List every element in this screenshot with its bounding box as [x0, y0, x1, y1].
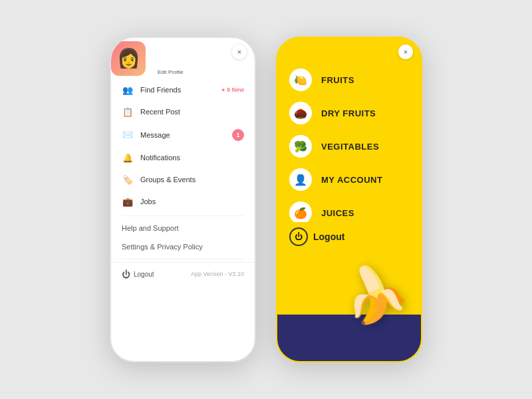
logout-icon-1: ⏻: [122, 269, 130, 279]
dry-fruits-icon: 🌰: [289, 102, 312, 124]
menu-item-find-friends[interactable]: 👥 Find Friends ● 9 New: [111, 79, 255, 101]
banana-section: 🍌: [277, 251, 421, 361]
vegetables-label: VEGITABLES: [321, 142, 409, 152]
my-account-label: MY ACCOUNT: [321, 175, 409, 185]
edit-profile-button[interactable]: Edit Profile: [152, 67, 189, 77]
jobs-icon: 💼: [122, 197, 134, 207]
menu-label-recent-post: Recent Post: [140, 108, 244, 116]
menu-item-groups-events[interactable]: 🏷️ Groups & Events: [111, 169, 255, 191]
grocery-menu: 🍋 FRUITS 🌰 DRY FRUITS 🥦 VEGITABLES 👤 MY …: [277, 57, 421, 222]
app-version: App Version - V2.10: [191, 271, 244, 277]
vegetables-icon: 🥦: [289, 135, 312, 158]
dry-fruits-label: DRY FRUITS: [321, 108, 409, 118]
menu-item-notifications[interactable]: 🔔 Notifications: [111, 147, 255, 169]
phone1-footer: ⏻ Logout App Version - V2.10: [111, 262, 255, 286]
find-friends-badge: ● 9 New: [221, 86, 244, 93]
grocery-item-vegetables[interactable]: 🥦 VEGITABLES: [277, 130, 421, 163]
phone-grocery: × 🍋 FRUITS 🌰 DRY FRUITS 🥦 VEGITABLES 👤 M…: [276, 37, 422, 362]
menu-item-help[interactable]: Help and Support: [111, 219, 255, 237]
my-account-icon: 👤: [289, 168, 312, 191]
menu-item-jobs[interactable]: 💼 Jobs: [111, 191, 255, 213]
grocery-inner: × 🍋 FRUITS 🌰 DRY FRUITS 🥦 VEGITABLES 👤 M…: [277, 38, 421, 361]
grocery-item-juices[interactable]: 🍊 JUICES: [277, 196, 421, 222]
menu-item-settings-privacy[interactable]: Settings & Privacy Policy: [111, 237, 255, 256]
menu-item-message[interactable]: ✉️ Message 1: [111, 123, 255, 147]
recent-post-icon: 📋: [122, 107, 134, 117]
logout-icon-2: ⏻: [289, 227, 308, 246]
message-icon: ✉️: [122, 130, 134, 140]
fruits-icon: 🍋: [289, 68, 312, 91]
grocery-item-fruits[interactable]: 🍋 FRUITS: [277, 63, 421, 96]
facebook-icon-button[interactable]: f: [193, 66, 206, 79]
google-icon-button[interactable]: G: [210, 66, 223, 79]
notifications-icon: 🔔: [122, 153, 134, 163]
logout-label-2: Logout: [313, 231, 344, 242]
phone-social: × 👩 Victoria Wanda +1 XXXXX YYYYY Elizab…: [110, 37, 256, 362]
menu-label-notifications: Notifications: [140, 154, 244, 162]
menu-divider-1: [122, 215, 244, 216]
menu-label-find-friends: Find Friends: [140, 86, 215, 94]
groups-events-icon: 🏷️: [122, 175, 134, 185]
menu-list: 👥 Find Friends ● 9 New 📋 Recent Post ✉️ …: [111, 79, 255, 286]
menu-label-groups-events: Groups & Events: [140, 176, 244, 184]
phone-notch-1: [160, 38, 206, 50]
message-badge: 1: [232, 129, 244, 141]
grocery-item-dry-fruits[interactable]: 🌰 DRY FRUITS: [277, 96, 421, 130]
menu-item-recent-post[interactable]: 📋 Recent Post: [111, 101, 255, 123]
menu-label-jobs: Jobs: [140, 198, 244, 205]
logout-button-2[interactable]: ⏻ Logout: [277, 222, 421, 251]
avatar: 👩: [111, 41, 146, 76]
fruits-label: FRUITS: [321, 75, 409, 85]
logout-label-1: Logout: [134, 271, 154, 278]
close-button-1[interactable]: ×: [232, 45, 247, 59]
logout-button-1[interactable]: ⏻ Logout: [122, 269, 154, 279]
phone-notch-2: [326, 38, 372, 50]
menu-label-message: Message: [140, 131, 225, 139]
juices-label: JUICES: [321, 208, 409, 218]
grocery-item-my-account[interactable]: 👤 MY ACCOUNT: [277, 163, 421, 196]
juices-icon: 🍊: [289, 201, 312, 222]
close-button-2[interactable]: ×: [398, 45, 413, 59]
find-friends-icon: 👥: [122, 85, 134, 95]
menu-divider-2: [122, 259, 244, 259]
